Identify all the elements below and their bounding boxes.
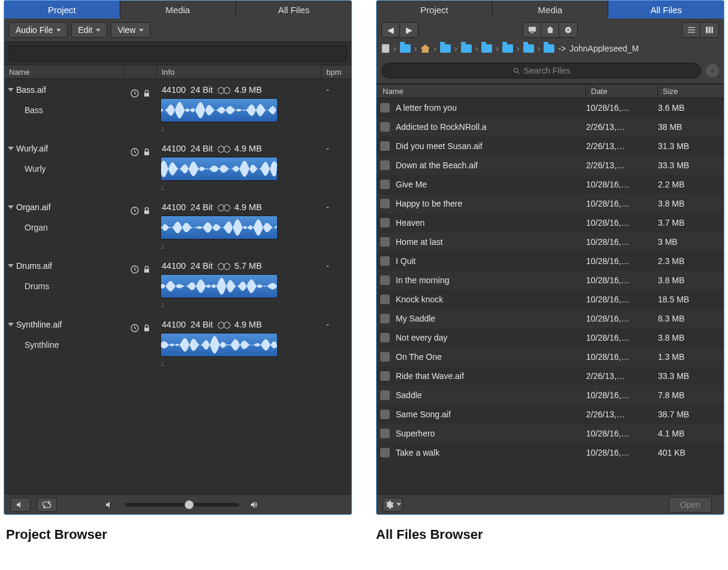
lock-icon[interactable]: [142, 89, 151, 98]
file-icon: [380, 429, 390, 438]
disclosure-triangle-icon[interactable]: [8, 323, 14, 326]
view-menu[interactable]: View: [111, 22, 150, 38]
waveform-overview[interactable]: [160, 216, 278, 239]
nav-forward-button[interactable]: ▶: [400, 23, 418, 37]
region-name[interactable]: Drums: [4, 273, 124, 295]
home-icon: [420, 44, 430, 53]
search-files-field[interactable]: Search Files: [381, 63, 701, 78]
home-button[interactable]: [541, 23, 559, 37]
open-button[interactable]: Open: [669, 497, 712, 513]
lock-icon[interactable]: [142, 323, 151, 333]
project-file-row[interactable]: Drums.aif Drums 4410024 Bit ◯◯ 5.7 MB ⟂ …: [4, 255, 351, 314]
column-view-button[interactable]: [700, 23, 718, 37]
lock-icon[interactable]: [142, 206, 151, 216]
file-row[interactable]: Ride that Wave.aif 2/26/13,… 33.3 MB: [377, 366, 724, 386]
svg-rect-16: [688, 32, 695, 32]
follow-tempo-icon[interactable]: [130, 147, 139, 157]
svg-rect-19: [711, 27, 713, 34]
file-row[interactable]: I Quit 10/28/16,… 2.3 MB: [377, 251, 724, 271]
waveform-overview[interactable]: [160, 157, 278, 181]
follow-tempo-icon[interactable]: [130, 89, 139, 98]
waveform-overview[interactable]: [160, 274, 278, 298]
col-name[interactable]: Name: [377, 84, 586, 98]
allfiles-bottom-bar: Open: [377, 494, 724, 514]
lock-icon[interactable]: [142, 265, 151, 274]
file-name[interactable]: Drums.aif: [4, 255, 124, 273]
file-row[interactable]: Not every day 10/28/16,… 3.8 MB: [377, 328, 724, 347]
preview-speaker-button[interactable]: [10, 498, 31, 512]
follow-tempo-icon[interactable]: [130, 323, 139, 333]
project-file-row[interactable]: Bass.aif Bass 4410024 Bit ◯◯ 4.9 MB ⟂ -: [4, 79, 351, 138]
audiofile-menu[interactable]: Audio File: [9, 22, 68, 38]
file-row[interactable]: Saddle 10/28/16,… 7.8 MB: [377, 386, 724, 405]
file-row[interactable]: Home at last 10/28/16,… 3 MB: [377, 232, 724, 251]
file-row[interactable]: Did you meet Susan.aif 2/26/13,… 31.3 MB: [377, 137, 724, 156]
file-name[interactable]: Organ.aif: [4, 196, 124, 214]
region-name[interactable]: Bass: [4, 97, 124, 119]
file-name: Home at last: [396, 237, 586, 247]
tab-media[interactable]: Media: [120, 1, 236, 19]
stereo-icon: ◯◯: [217, 321, 229, 329]
project-folder-button[interactable]: [559, 23, 577, 37]
tab-media[interactable]: Media: [493, 1, 609, 19]
tab-allfiles[interactable]: All Files: [608, 1, 724, 19]
computer-button[interactable]: [523, 23, 541, 37]
disclosure-triangle-icon[interactable]: [8, 264, 14, 268]
file-row[interactable]: Same Song.aif 2/26/13,… 38.7 MB: [377, 405, 724, 424]
file-row[interactable]: Heaven 10/28/16,… 3.7 MB: [377, 213, 724, 232]
col-info[interactable]: Info: [157, 65, 321, 78]
tab-project[interactable]: Project: [377, 1, 493, 19]
file-row[interactable]: Give Me 10/28/16,… 2.2 MB: [377, 175, 724, 194]
loop-button[interactable]: [37, 498, 57, 512]
waveform-overview[interactable]: [160, 98, 278, 122]
waveform-overview[interactable]: [160, 333, 278, 357]
file-size: 1.3 MB: [658, 352, 724, 362]
file-row[interactable]: Happy to be there 10/28/16,… 3.8 MB: [377, 194, 724, 213]
project-file-list[interactable]: Bass.aif Bass 4410024 Bit ◯◯ 4.9 MB ⟂ - …: [4, 79, 351, 494]
tab-allfiles[interactable]: All Files: [236, 1, 351, 19]
file-row[interactable]: Superhero 10/28/16,… 4.1 MB: [377, 424, 724, 443]
col-name[interactable]: Name: [4, 65, 124, 78]
tab-project[interactable]: Project: [4, 1, 120, 19]
project-file-row[interactable]: Synthline.aif Synthline 4410024 Bit ◯◯ 4…: [4, 314, 351, 372]
svg-point-13: [568, 29, 569, 31]
disclosure-triangle-icon[interactable]: [8, 147, 14, 150]
disclosure-triangle-icon[interactable]: [8, 88, 14, 92]
file-row[interactable]: Take a walk 10/28/16,… 401 KB: [377, 443, 724, 462]
file-row[interactable]: In the morning 10/28/16,… 3.8 MB: [377, 271, 724, 290]
breadcrumb-path[interactable]: › › › › › › › › -> JohnAppleseed_M: [377, 41, 724, 58]
file-row[interactable]: Knock knock 10/28/16,… 18.5 MB: [377, 290, 724, 309]
volume-slider[interactable]: [125, 503, 239, 507]
file-name[interactable]: Bass.aif: [4, 79, 124, 97]
project-file-row[interactable]: Organ.aif Organ 4410024 Bit ◯◯ 4.9 MB ⟂ …: [4, 196, 351, 255]
region-name[interactable]: Synthline: [4, 332, 124, 353]
add-search-criteria-button[interactable]: +: [706, 64, 719, 77]
file-row[interactable]: My Saddle 10/28/16,… 8.3 MB: [377, 309, 724, 328]
file-icon: [380, 371, 390, 381]
anchor-icon: ⟂: [160, 183, 318, 192]
lock-icon[interactable]: [142, 147, 151, 157]
edit-menu[interactable]: Edit: [71, 22, 107, 38]
region-name[interactable]: Organ: [4, 214, 124, 236]
col-icons[interactable]: [124, 65, 157, 78]
col-bpm[interactable]: bpm: [321, 65, 351, 78]
col-date[interactable]: Date: [586, 84, 658, 98]
file-row[interactable]: Addicted to RockNRoll.a 2/26/13,… 38 MB: [377, 117, 724, 137]
follow-tempo-icon[interactable]: [130, 265, 139, 274]
project-file-row[interactable]: Wurly.aif Wurly 4410024 Bit ◯◯ 4.9 MB ⟂ …: [4, 138, 351, 196]
file-row[interactable]: A letter from you 10/28/16,… 3.6 MB: [377, 98, 724, 117]
follow-tempo-icon[interactable]: [130, 206, 139, 216]
region-name[interactable]: Wurly: [4, 156, 124, 177]
allfiles-file-list[interactable]: A letter from you 10/28/16,… 3.6 MB Addi…: [377, 98, 724, 494]
nav-back-button[interactable]: ◀: [382, 23, 400, 37]
file-name[interactable]: Synthline.aif: [4, 314, 124, 332]
file-name[interactable]: Wurly.aif: [4, 138, 124, 156]
list-view-button[interactable]: [682, 23, 700, 37]
project-search-field[interactable]: [9, 46, 347, 61]
file-row[interactable]: Down at the Beach.aif 2/26/13,… 33.3 MB: [377, 156, 724, 175]
col-size[interactable]: Size: [658, 84, 724, 98]
file-row[interactable]: On The One 10/28/16,… 1.3 MB: [377, 347, 724, 366]
disclosure-triangle-icon[interactable]: [8, 205, 14, 209]
volume-knob[interactable]: [184, 500, 194, 510]
action-menu-button[interactable]: [383, 498, 403, 512]
